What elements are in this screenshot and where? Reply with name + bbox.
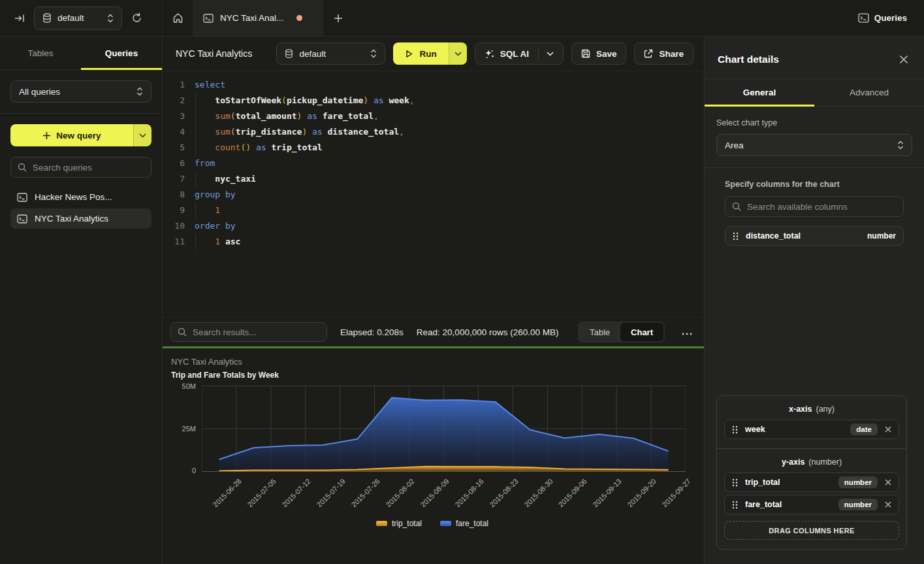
panel-tabs: General Advanced xyxy=(705,79,924,107)
run-dropdown[interactable] xyxy=(449,42,467,65)
console-icon xyxy=(203,14,214,23)
sidebar-queries-section: New query Search queries Hacker News Pos… xyxy=(0,114,162,239)
columns-label: Specify columns for the chart xyxy=(725,180,840,189)
legend-swatch xyxy=(440,521,451,526)
search-columns-input[interactable]: Search available columns xyxy=(725,196,904,217)
column-type: number xyxy=(867,231,896,241)
sql-code[interactable]: select toStartOfWeek(pickup_datetime) as… xyxy=(185,77,704,317)
y-axis-section: y-axis (number) trip_totalnumberfare_tot… xyxy=(717,448,906,549)
unsaved-changes-dot xyxy=(296,15,302,21)
search-results-input[interactable]: Search results... xyxy=(170,322,327,342)
legend-item-fare_total[interactable]: fare_total xyxy=(440,519,488,528)
sql-console-app: default NYC Taxi Anal... xyxy=(0,0,924,564)
x-tick-label: 2015-07-12 xyxy=(281,477,312,508)
queries-button-label: Queries xyxy=(874,13,907,23)
line-number: 11 xyxy=(163,234,185,250)
save-label: Save xyxy=(596,49,617,59)
remove-column-icon[interactable] xyxy=(885,501,891,508)
new-tab-button[interactable] xyxy=(323,0,353,36)
column-type-badge: date xyxy=(850,423,878,435)
chevron-down-icon xyxy=(454,52,462,56)
share-button[interactable]: Share xyxy=(634,42,693,65)
view-chart-button[interactable]: Chart xyxy=(620,323,663,341)
chevron-down-icon xyxy=(547,52,554,56)
area-chart[interactable] xyxy=(202,386,686,472)
updown-chevron-icon xyxy=(370,49,377,58)
axis-column-week[interactable]: weekdate xyxy=(724,420,899,439)
x-axis-header: x-axis (any) xyxy=(724,402,899,420)
results-bar: Search results... Elapsed: 0.208s Read: … xyxy=(163,317,704,346)
refresh-icon[interactable] xyxy=(131,12,142,24)
remove-column-icon[interactable] xyxy=(885,479,891,486)
legend-item-trip_total[interactable]: trip_total xyxy=(376,519,422,528)
column-name: distance_total xyxy=(746,231,801,241)
available-column-distance_total[interactable]: distance_totalnumber xyxy=(725,226,904,246)
sql-ai-button[interactable]: SQL AI xyxy=(475,42,564,65)
code-line: order by xyxy=(195,218,704,234)
y-axis-hint: (number) xyxy=(808,457,842,467)
x-tick-label: 2015-08-30 xyxy=(522,477,554,508)
code-line: sum(trip_distance) as distance_total, xyxy=(195,124,704,140)
x-axis-hint: (any) xyxy=(816,405,834,414)
search-icon xyxy=(178,327,187,337)
x-tick-label: 2015-08-16 xyxy=(453,477,485,508)
search-queries-input[interactable]: Search queries xyxy=(10,157,151,178)
available-columns-list: distance_totalnumber xyxy=(725,226,904,246)
new-query-button[interactable]: New query xyxy=(10,124,151,146)
queries-filter-select[interactable]: All queries xyxy=(10,80,151,103)
axis-column-trip_total[interactable]: trip_totalnumber xyxy=(724,473,899,492)
line-number: 5 xyxy=(163,140,185,156)
drag-handle-icon xyxy=(733,232,739,241)
tab-advanced[interactable]: Advanced xyxy=(814,79,924,106)
tab-label: NYC Taxi Anal... xyxy=(220,13,283,23)
line-number: 9 xyxy=(163,203,185,218)
run-label: Run xyxy=(419,49,436,59)
sql-editor[interactable]: 1234567891011 select toStartOfWeek(picku… xyxy=(163,71,704,317)
y-axis-label: y-axis xyxy=(782,457,805,467)
close-icon[interactable] xyxy=(899,55,908,64)
play-icon xyxy=(405,50,413,58)
queries-button[interactable]: Queries xyxy=(858,0,924,36)
chart-type-label: Select chart type xyxy=(716,118,912,127)
tab-tables[interactable]: Tables xyxy=(0,37,81,69)
center-column: NYC Taxi Analytics default Run xyxy=(163,37,704,564)
code-line: 1 asc xyxy=(195,234,704,250)
tab-general[interactable]: General xyxy=(705,79,814,106)
page-title: NYC Taxi Analytics xyxy=(176,48,252,59)
saved-query-list: Hacker News Pos...NYC Taxi Analytics xyxy=(10,187,151,229)
columns-block: Specify columns for the chart Search ava… xyxy=(716,178,912,246)
saved-query-item[interactable]: NYC Taxi Analytics xyxy=(10,208,151,229)
chart-subtitle: Trip and Fare Totals by Week xyxy=(171,371,704,380)
remove-column-icon[interactable] xyxy=(885,426,891,433)
tab-queries[interactable]: Queries xyxy=(81,37,162,69)
line-number: 4 xyxy=(163,124,185,140)
sidebar-tabs: Tables Queries xyxy=(0,37,162,70)
toolbar-database-select[interactable]: default xyxy=(276,42,385,65)
column-type-badge: number xyxy=(838,499,878,510)
collapse-sidebar-icon[interactable] xyxy=(14,13,25,24)
database-select[interactable]: default xyxy=(34,7,122,30)
saved-query-label: NYC Taxi Analytics xyxy=(35,214,108,224)
database-icon xyxy=(285,49,293,58)
panel-spacer xyxy=(716,246,912,395)
axis-column-fare_total[interactable]: fare_totalnumber xyxy=(724,495,899,514)
drag-columns-dropzone[interactable]: DRAG COLUMNS HERE xyxy=(724,521,899,540)
view-table-button[interactable]: Table xyxy=(579,323,620,341)
tab-nyc-taxi-analytics[interactable]: NYC Taxi Anal... xyxy=(193,0,323,36)
new-query-dropdown[interactable] xyxy=(133,124,151,146)
x-tick-label: 2015-09-27 xyxy=(661,477,692,508)
save-button[interactable]: Save xyxy=(571,42,627,65)
code-line: sum(total_amount) as fare_total, xyxy=(195,108,704,124)
drag-handle-icon xyxy=(732,425,738,434)
top-bar-left: default xyxy=(0,0,163,36)
x-tick-label: 2015-08-23 xyxy=(488,477,519,508)
more-options-icon[interactable] xyxy=(678,326,696,338)
sidebar-filter-section: All queries xyxy=(0,70,162,114)
run-button[interactable]: Run xyxy=(393,42,466,65)
x-tick-label: 2015-08-09 xyxy=(419,477,450,508)
chart-type-select[interactable]: Area xyxy=(716,134,912,156)
saved-query-item[interactable]: Hacker News Pos... xyxy=(10,187,151,207)
view-toggle: Table Chart xyxy=(578,322,665,342)
updown-chevron-icon xyxy=(136,87,143,96)
home-tab-button[interactable] xyxy=(163,0,193,36)
